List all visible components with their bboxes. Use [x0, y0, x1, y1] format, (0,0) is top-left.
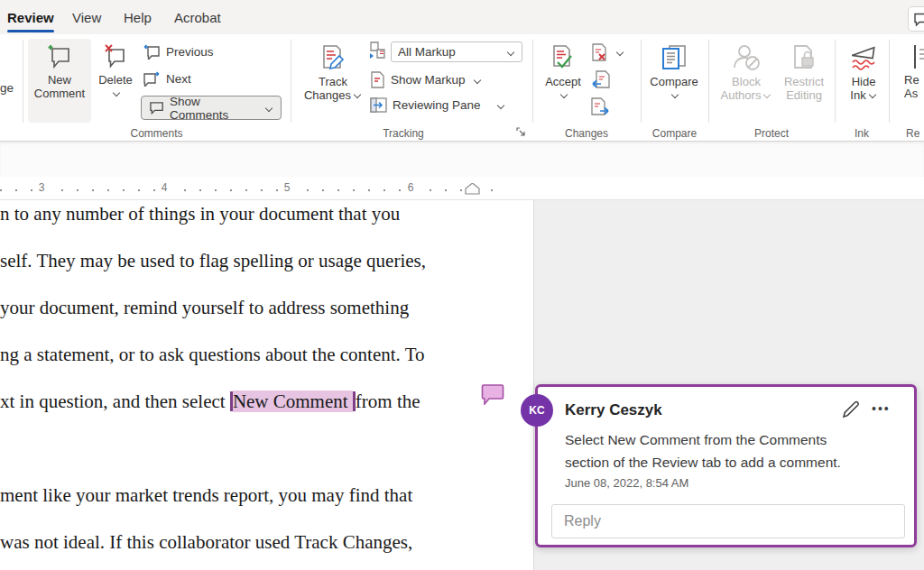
reject-button[interactable]	[591, 43, 624, 61]
chevron-down-icon	[507, 49, 515, 56]
chevron-down-icon	[113, 89, 121, 97]
document-text: your document, remind yourself to addres…	[0, 297, 409, 318]
ruler-number: 4	[157, 181, 172, 194]
show-comments-button[interactable]: Show Comments	[141, 96, 282, 120]
hide-ink-icon	[850, 44, 877, 71]
display-for-review-dropdown[interactable]: All Markup	[391, 41, 522, 62]
document-line[interactable]: ment like your market trends report, you…	[0, 483, 412, 507]
block-authors-label-2: Authors	[721, 88, 762, 102]
tab-review-label: Review	[7, 10, 54, 25]
clipped-group-label: ge	[0, 81, 14, 95]
next-change-icon	[591, 97, 610, 115]
reviewing-pane-icon	[370, 97, 387, 113]
resume-label-1: Re	[904, 73, 919, 87]
show-markup-button[interactable]: Show Markup	[370, 71, 482, 88]
show-markup-icon	[370, 71, 385, 88]
previous-comment-button[interactable]: Previous	[143, 44, 214, 60]
group-separator	[23, 40, 23, 123]
resume-assistant-button-partial[interactable]: ReAs	[902, 39, 924, 123]
avatar: KC	[521, 394, 553, 427]
chevron-down-icon	[474, 77, 482, 84]
commented-text[interactable]: New Comment	[233, 391, 353, 412]
comments-group-label: Comments	[23, 127, 291, 140]
tab-help-label: Help	[124, 10, 152, 25]
chevron-down-icon	[671, 91, 679, 98]
compare-group-label: Compare	[641, 127, 708, 140]
delete-comment-button[interactable]: Delete	[94, 39, 137, 123]
comment-balloon-icon	[913, 13, 924, 26]
reviewing-pane-label: Reviewing Pane	[393, 98, 481, 112]
display-for-review-icon	[369, 41, 387, 60]
chevron-down-icon	[560, 91, 568, 98]
previous-change-button[interactable]	[591, 70, 610, 88]
ruler-number: 5	[280, 181, 295, 194]
chevron-down-icon	[497, 102, 505, 109]
tab-acrobat-label: Acrobat	[174, 10, 221, 25]
document-text: ng a statement, or to ask questions abou…	[0, 344, 425, 365]
ribbon-tab-bar: Review View Help Acrobat	[0, 0, 924, 34]
track-changes-label-2: Changes	[304, 88, 351, 102]
new-comment-icon	[45, 44, 74, 69]
tracking-dialog-launcher-icon[interactable]	[516, 127, 527, 138]
comments-panel-button-partial[interactable]	[908, 6, 924, 32]
track-changes-button[interactable]: TrackChanges	[300, 39, 365, 123]
ruler-ticks	[0, 189, 504, 191]
more-options-button[interactable]: •••	[872, 401, 891, 416]
new-comment-label-1: New	[48, 73, 71, 87]
restrict-editing-icon	[790, 44, 818, 71]
comment-card[interactable]: KC Kerry Ceszyk ••• Select New Comment f…	[535, 384, 917, 547]
chevron-down-icon	[354, 91, 362, 98]
indent-marker[interactable]	[465, 183, 480, 195]
group-separator	[889, 40, 890, 123]
hide-ink-label-2: Ink	[850, 88, 865, 102]
protect-group-label: Protect	[708, 127, 835, 140]
next-comment-icon	[143, 71, 161, 87]
chevron-down-icon	[616, 49, 624, 56]
reply-input[interactable]	[551, 504, 905, 538]
tracking-group-label: Tracking	[291, 127, 516, 140]
group-separator	[708, 40, 709, 123]
reject-icon	[591, 43, 608, 61]
document-line[interactable]: ng a statement, or to ask questions abou…	[0, 343, 425, 366]
compare-button[interactable]: Compare	[645, 39, 703, 123]
document-text: xt in question, and then select	[0, 391, 230, 412]
document-line-with-comment[interactable]: xt in question, and then select New Comm…	[0, 390, 420, 413]
block-authors-label-1: Block	[732, 75, 761, 88]
comment-text: Select New Comment from the Commentssect…	[565, 428, 872, 473]
compare-icon	[659, 44, 689, 71]
reviewing-pane-button[interactable]: Reviewing Pane	[370, 97, 505, 113]
next-change-button[interactable]	[591, 97, 610, 115]
block-authors-button: BlockAuthors	[718, 39, 774, 123]
next-label: Next	[166, 72, 191, 86]
accept-button[interactable]: Accept	[539, 39, 587, 123]
document-text: n to any number of things in your docume…	[0, 203, 400, 225]
horizontal-ruler[interactable]: 3 4 5 6	[0, 177, 924, 200]
document-line[interactable]: your document, remind yourself to addres…	[0, 296, 409, 319]
previous-label: Previous	[166, 45, 214, 59]
show-markup-label: Show Markup	[391, 73, 466, 87]
document-line[interactable]: n to any number of things in your docume…	[0, 202, 400, 225]
new-comment-button[interactable]: NewComment	[28, 39, 91, 123]
restrict-editing-label-2: Editing	[786, 88, 822, 102]
ruler-number: 6	[403, 181, 419, 194]
document-text: self. They may be used to flag spelling …	[0, 250, 426, 271]
new-comment-label-2: Comment	[34, 87, 85, 100]
group-separator	[532, 40, 533, 123]
show-comments-label: Show Comments	[170, 95, 257, 122]
tab-acrobat[interactable]: Acrobat	[174, 0, 221, 34]
next-comment-button[interactable]: Next	[143, 71, 191, 87]
comment-author: Kerry Ceszyk	[565, 401, 662, 419]
margin-comment-balloon-icon[interactable]	[481, 383, 504, 405]
edit-comment-icon[interactable]	[841, 400, 860, 419]
chevron-down-icon	[763, 91, 772, 98]
resume-label-2: As	[904, 87, 918, 100]
hide-ink-button[interactable]: HideInk	[840, 39, 887, 123]
document-line[interactable]: self. They may be used to flag spelling …	[0, 249, 426, 272]
document-text: was not ideal. If this collaborator used…	[0, 531, 412, 553]
document-line[interactable]: was not ideal. If this collaborator used…	[0, 530, 412, 554]
tab-help[interactable]: Help	[124, 0, 152, 34]
tab-view[interactable]: View	[72, 0, 101, 34]
tab-review[interactable]: Review	[7, 0, 54, 34]
track-changes-label-1: Track	[319, 75, 347, 88]
group-separator	[835, 40, 836, 123]
